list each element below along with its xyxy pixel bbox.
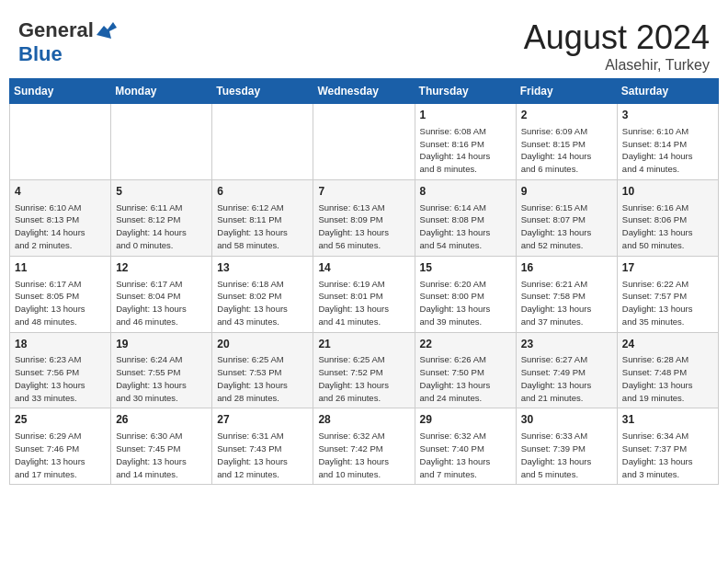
day-info: Sunrise: 6:30 AM Sunset: 7:45 PM Dayligh… [116, 430, 207, 480]
calendar-cell: 27Sunrise: 6:31 AM Sunset: 7:43 PM Dayli… [212, 408, 313, 485]
logo-blue: Blue [18, 42, 63, 66]
logo: General Blue [18, 18, 117, 66]
day-number: 22 [420, 337, 511, 352]
calendar-cell: 17Sunrise: 6:22 AM Sunset: 7:57 PM Dayli… [617, 256, 718, 332]
day-info: Sunrise: 6:25 AM Sunset: 7:53 PM Dayligh… [217, 353, 308, 404]
day-info: Sunrise: 6:34 AM Sunset: 7:37 PM Dayligh… [622, 430, 713, 480]
calendar-cell: 4Sunrise: 6:10 AM Sunset: 8:13 PM Daylig… [10, 179, 111, 256]
day-number: 17 [622, 260, 713, 276]
day-number: 23 [521, 337, 612, 352]
calendar-cell: 1Sunrise: 6:08 AM Sunset: 8:16 PM Daylig… [415, 104, 516, 180]
day-info: Sunrise: 6:17 AM Sunset: 8:05 PM Dayligh… [15, 278, 106, 328]
calendar-cell: 21Sunrise: 6:25 AM Sunset: 7:52 PM Dayli… [313, 332, 415, 408]
day-info: Sunrise: 6:32 AM Sunset: 7:40 PM Dayligh… [420, 430, 511, 480]
day-number: 4 [15, 184, 106, 200]
calendar-cell [313, 104, 415, 180]
weekday-header-saturday: Saturday [617, 79, 718, 104]
day-number: 9 [521, 184, 612, 200]
month-year: August 2024 [524, 18, 710, 57]
day-info: Sunrise: 6:26 AM Sunset: 7:50 PM Dayligh… [420, 353, 511, 404]
day-info: Sunrise: 6:11 AM Sunset: 8:12 PM Dayligh… [116, 201, 207, 252]
logo-general: General [18, 18, 94, 42]
day-info: Sunrise: 6:13 AM Sunset: 8:09 PM Dayligh… [318, 201, 409, 252]
day-number: 1 [420, 108, 511, 123]
calendar-table: SundayMondayTuesdayWednesdayThursdayFrid… [9, 78, 719, 485]
calendar-cell: 22Sunrise: 6:26 AM Sunset: 7:50 PM Dayli… [415, 332, 516, 408]
day-info: Sunrise: 6:19 AM Sunset: 8:01 PM Dayligh… [318, 278, 409, 328]
day-info: Sunrise: 6:17 AM Sunset: 8:04 PM Dayligh… [116, 278, 207, 328]
calendar-cell: 25Sunrise: 6:29 AM Sunset: 7:46 PM Dayli… [10, 408, 111, 485]
day-info: Sunrise: 6:32 AM Sunset: 7:42 PM Dayligh… [318, 430, 409, 480]
calendar-week-row: 11Sunrise: 6:17 AM Sunset: 8:05 PM Dayli… [10, 256, 719, 332]
day-info: Sunrise: 6:09 AM Sunset: 8:15 PM Dayligh… [521, 125, 612, 176]
calendar-week-row: 25Sunrise: 6:29 AM Sunset: 7:46 PM Dayli… [10, 408, 719, 485]
day-info: Sunrise: 6:23 AM Sunset: 7:56 PM Dayligh… [15, 353, 106, 404]
calendar-cell: 12Sunrise: 6:17 AM Sunset: 8:04 PM Dayli… [111, 256, 212, 332]
calendar-cell: 10Sunrise: 6:16 AM Sunset: 8:06 PM Dayli… [617, 179, 718, 256]
month-title-block: August 2024 Alasehir, Turkey [524, 18, 710, 74]
day-number: 25 [15, 412, 106, 428]
day-number: 20 [217, 337, 308, 352]
day-number: 31 [622, 412, 713, 428]
day-info: Sunrise: 6:21 AM Sunset: 7:58 PM Dayligh… [521, 278, 612, 328]
day-info: Sunrise: 6:15 AM Sunset: 8:07 PM Dayligh… [521, 201, 612, 252]
day-number: 3 [622, 108, 713, 123]
calendar-cell: 20Sunrise: 6:25 AM Sunset: 7:53 PM Dayli… [212, 332, 313, 408]
calendar-cell: 15Sunrise: 6:20 AM Sunset: 8:00 PM Dayli… [415, 256, 516, 332]
weekday-header-monday: Monday [111, 79, 212, 104]
day-info: Sunrise: 6:12 AM Sunset: 8:11 PM Dayligh… [217, 201, 308, 252]
calendar-week-row: 18Sunrise: 6:23 AM Sunset: 7:56 PM Dayli… [10, 332, 719, 408]
day-number: 5 [116, 184, 207, 200]
weekday-header-wednesday: Wednesday [313, 79, 415, 104]
day-info: Sunrise: 6:20 AM Sunset: 8:00 PM Dayligh… [420, 278, 511, 328]
day-number: 18 [15, 337, 106, 352]
day-number: 28 [318, 412, 409, 428]
day-info: Sunrise: 6:14 AM Sunset: 8:08 PM Dayligh… [420, 201, 511, 252]
calendar-cell: 28Sunrise: 6:32 AM Sunset: 7:42 PM Dayli… [313, 408, 415, 485]
day-number: 30 [521, 412, 612, 428]
calendar-cell: 6Sunrise: 6:12 AM Sunset: 8:11 PM Daylig… [212, 179, 313, 256]
calendar-cell: 7Sunrise: 6:13 AM Sunset: 8:09 PM Daylig… [313, 179, 415, 256]
day-number: 6 [217, 184, 308, 200]
calendar-cell: 24Sunrise: 6:28 AM Sunset: 7:48 PM Dayli… [617, 332, 718, 408]
day-number: 14 [318, 260, 409, 276]
day-number: 12 [116, 260, 207, 276]
day-number: 8 [420, 184, 511, 200]
calendar-cell: 5Sunrise: 6:11 AM Sunset: 8:12 PM Daylig… [111, 179, 212, 256]
calendar-cell: 18Sunrise: 6:23 AM Sunset: 7:56 PM Dayli… [10, 332, 111, 408]
day-number: 26 [116, 412, 207, 428]
day-info: Sunrise: 6:16 AM Sunset: 8:06 PM Dayligh… [622, 201, 713, 252]
page-header: General Blue August 2024 Alasehir, Turke… [9, 9, 719, 78]
calendar-cell: 3Sunrise: 6:10 AM Sunset: 8:14 PM Daylig… [617, 104, 718, 180]
day-number: 10 [622, 184, 713, 200]
day-number: 13 [217, 260, 308, 276]
day-number: 2 [521, 108, 612, 123]
day-info: Sunrise: 6:33 AM Sunset: 7:39 PM Dayligh… [521, 430, 612, 480]
calendar-cell [111, 104, 212, 180]
logo-bird-icon [97, 22, 117, 39]
weekday-header-friday: Friday [516, 79, 617, 104]
calendar-cell: 31Sunrise: 6:34 AM Sunset: 7:37 PM Dayli… [617, 408, 718, 485]
calendar-cell: 2Sunrise: 6:09 AM Sunset: 8:15 PM Daylig… [516, 104, 617, 180]
calendar-cell [212, 104, 313, 180]
calendar-cell: 11Sunrise: 6:17 AM Sunset: 8:05 PM Dayli… [10, 256, 111, 332]
day-info: Sunrise: 6:27 AM Sunset: 7:49 PM Dayligh… [521, 353, 612, 404]
day-info: Sunrise: 6:08 AM Sunset: 8:16 PM Dayligh… [420, 125, 511, 176]
weekday-header-thursday: Thursday [415, 79, 516, 104]
day-number: 27 [217, 412, 308, 428]
day-number: 15 [420, 260, 511, 276]
day-number: 11 [15, 260, 106, 276]
calendar-week-row: 1Sunrise: 6:08 AM Sunset: 8:16 PM Daylig… [10, 104, 719, 180]
calendar-cell: 23Sunrise: 6:27 AM Sunset: 7:49 PM Dayli… [516, 332, 617, 408]
calendar-cell: 14Sunrise: 6:19 AM Sunset: 8:01 PM Dayli… [313, 256, 415, 332]
calendar-cell: 9Sunrise: 6:15 AM Sunset: 8:07 PM Daylig… [516, 179, 617, 256]
calendar-cell: 19Sunrise: 6:24 AM Sunset: 7:55 PM Dayli… [111, 332, 212, 408]
day-number: 16 [521, 260, 612, 276]
calendar-cell: 13Sunrise: 6:18 AM Sunset: 8:02 PM Dayli… [212, 256, 313, 332]
day-info: Sunrise: 6:10 AM Sunset: 8:14 PM Dayligh… [622, 125, 713, 176]
day-number: 19 [116, 337, 207, 352]
day-info: Sunrise: 6:25 AM Sunset: 7:52 PM Dayligh… [318, 353, 409, 404]
calendar-cell: 26Sunrise: 6:30 AM Sunset: 7:45 PM Dayli… [111, 408, 212, 485]
weekday-header-sunday: Sunday [10, 79, 111, 104]
calendar-cell [10, 104, 111, 180]
